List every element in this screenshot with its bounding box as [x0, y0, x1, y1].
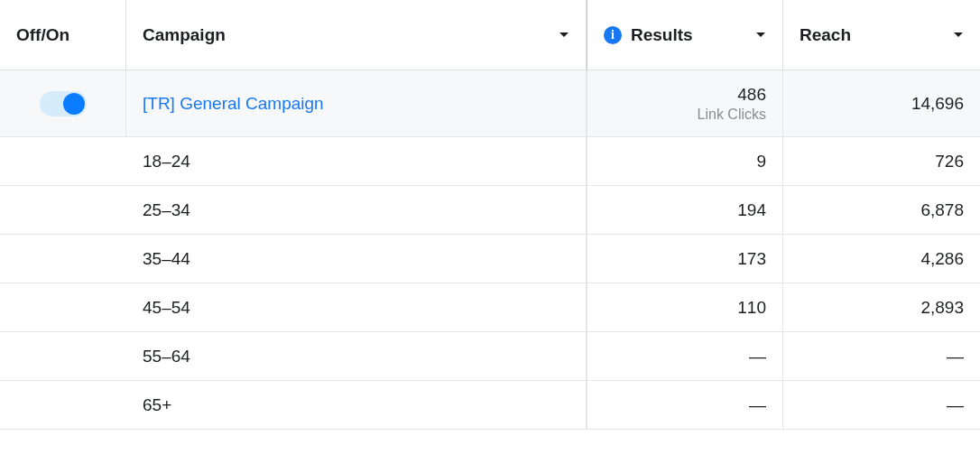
- table-header-row: Off/On Campaign i Results Reach: [0, 0, 980, 70]
- breakdown-label-cell: 18–24: [126, 137, 587, 185]
- campaign-table: Off/On Campaign i Results Reach: [0, 0, 980, 430]
- caret-down-icon: [755, 32, 766, 39]
- header-toggle-label: Off/On: [16, 25, 69, 45]
- breakdown-label-cell: 55–64: [126, 332, 587, 380]
- empty-cell: [0, 283, 126, 331]
- breakdown-results: 173: [737, 249, 766, 269]
- caret-down-icon: [559, 32, 569, 39]
- empty-cell: [0, 186, 126, 234]
- summary-reach-cell: 14,696: [783, 70, 980, 136]
- empty-cell: [0, 137, 126, 185]
- table-row: 65+ — —: [0, 381, 980, 430]
- breakdown-reach-cell: 6,878: [783, 186, 980, 234]
- breakdown-results-cell: 9: [587, 137, 783, 185]
- table-row: 45–54 110 2,893: [0, 283, 980, 332]
- breakdown-label-cell: 45–54: [126, 283, 587, 331]
- breakdown-label-cell: 65+: [126, 381, 587, 429]
- empty-cell: [0, 381, 126, 429]
- header-reach[interactable]: Reach: [783, 0, 980, 70]
- header-campaign-label: Campaign: [143, 25, 226, 45]
- breakdown-label-cell: 35–44: [126, 235, 587, 283]
- breakdown-results: 110: [737, 298, 766, 318]
- breakdown-label: 55–64: [143, 347, 190, 366]
- header-toggle[interactable]: Off/On: [0, 0, 126, 70]
- breakdown-reach: 726: [935, 152, 964, 172]
- summary-results-value: 486: [737, 85, 766, 105]
- summary-results-cell: 486 Link Clicks: [587, 70, 783, 136]
- breakdown-label-cell: 25–34: [126, 186, 587, 234]
- summary-results-sublabel: Link Clicks: [698, 107, 766, 123]
- toggle-knob: [63, 93, 85, 115]
- table-row: 55–64 — —: [0, 332, 980, 381]
- breakdown-label: 65+: [143, 395, 171, 415]
- breakdown-results: 194: [737, 200, 766, 220]
- breakdown-reach: 4,286: [920, 249, 964, 269]
- campaign-name-cell: [TR] General Campaign: [126, 70, 587, 136]
- table-row: 35–44 173 4,286: [0, 235, 980, 283]
- breakdown-results-cell: —: [587, 332, 783, 380]
- breakdown-reach: 6,878: [920, 200, 964, 220]
- header-reach-label: Reach: [800, 25, 851, 45]
- header-results-label: Results: [631, 25, 693, 45]
- breakdown-reach-cell: 4,286: [783, 235, 980, 283]
- breakdown-label: 18–24: [143, 152, 190, 172]
- empty-cell: [0, 235, 126, 283]
- breakdown-reach-cell: —: [783, 381, 980, 429]
- breakdown-label: 25–34: [143, 200, 190, 220]
- empty-cell: [0, 332, 126, 380]
- breakdown-reach: —: [947, 347, 964, 366]
- breakdown-reach-cell: 2,893: [783, 283, 980, 331]
- breakdown-results-cell: 194: [587, 186, 783, 234]
- breakdown-label: 35–44: [143, 249, 190, 269]
- table-row: 18–24 9 726: [0, 137, 980, 186]
- breakdown-reach: 2,893: [920, 298, 964, 318]
- breakdown-results: 9: [756, 152, 766, 172]
- caret-down-icon: [953, 32, 964, 39]
- breakdown-label: 45–54: [143, 298, 190, 318]
- header-results[interactable]: i Results: [587, 0, 783, 70]
- breakdown-results-cell: 173: [587, 235, 783, 283]
- toggle-cell: [0, 70, 126, 136]
- breakdown-results: —: [749, 347, 766, 366]
- breakdown-results-cell: —: [587, 381, 783, 429]
- header-campaign[interactable]: Campaign: [126, 0, 587, 70]
- breakdown-results: —: [749, 395, 766, 415]
- table-row: 25–34 194 6,878: [0, 186, 980, 235]
- breakdown-reach-cell: 726: [783, 137, 980, 185]
- summary-reach-value: 14,696: [911, 94, 964, 114]
- campaign-summary-row: [TR] General Campaign 486 Link Clicks 14…: [0, 70, 980, 137]
- campaign-link[interactable]: [TR] General Campaign: [143, 94, 324, 114]
- breakdown-reach-cell: —: [783, 332, 980, 380]
- info-icon: i: [604, 26, 622, 44]
- campaign-toggle[interactable]: [40, 91, 87, 116]
- breakdown-reach: —: [947, 395, 964, 415]
- breakdown-results-cell: 110: [587, 283, 783, 331]
